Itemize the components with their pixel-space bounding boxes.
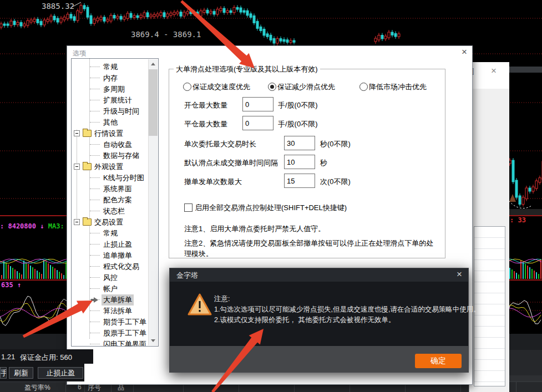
- tree-item-23[interactable]: 期货手工下单: [72, 316, 147, 327]
- field-input-1[interactable]: [242, 116, 273, 130]
- tree-item-17[interactable]: 追单撤单: [72, 250, 147, 261]
- tree-connector: [90, 211, 100, 211]
- scroll-up-icon[interactable]: [151, 63, 155, 65]
- field-label: 撤单发单次数最大: [184, 177, 242, 187]
- button-手[interactable]: 手: [0, 367, 7, 379]
- close-icon[interactable]: ×: [491, 67, 497, 75]
- field-suffix: 秒: [320, 158, 327, 168]
- tree-item-4[interactable]: 升级与时间: [72, 105, 147, 116]
- indicator-value: : 8420800 ↓: [0, 222, 48, 230]
- tree-item-15[interactable]: 常规: [72, 227, 147, 238]
- tree-item-18[interactable]: 程式化交易: [72, 261, 147, 272]
- radio-1[interactable]: [183, 83, 191, 91]
- folder-icon: [83, 130, 92, 137]
- tree-connector: [90, 277, 100, 278]
- tree-scrollbar[interactable]: [148, 59, 158, 345]
- background-dialog-titlebar[interactable]: [469, 62, 509, 89]
- field-input-4[interactable]: [284, 174, 315, 188]
- tree-connector: [90, 200, 100, 200]
- field-input-2[interactable]: [284, 136, 315, 150]
- slippage-options-group: 大单滑点处理选项(专业版及其以上版本有效) 保证成交速度优先保证减少滑点优先降低…: [169, 69, 445, 258]
- tree-item-21[interactable]: 大单拆单: [72, 294, 147, 305]
- trade-buttons-bar: 手刷新止损止盈: [0, 364, 84, 381]
- tree-item-label: 交易设置: [93, 217, 125, 228]
- field-input-3[interactable]: [284, 155, 315, 169]
- tree-item-1[interactable]: 内存: [72, 72, 147, 83]
- peak-price-label: 3885.32: [42, 2, 74, 11]
- tree-item-12[interactable]: 配色方案: [72, 194, 147, 205]
- tree-item-11[interactable]: 系统界面: [72, 183, 147, 194]
- field-input-0[interactable]: [242, 97, 273, 111]
- tree-item-9[interactable]: 外观设置: [72, 161, 147, 172]
- checkbox-label: 启用全部交易滑点控制处理(SHIFT+DEL快捷键): [195, 203, 347, 213]
- account-value: 1.21: [1, 353, 15, 361]
- margin-usage: 保证金占用: 560: [20, 353, 72, 363]
- tree-item-19[interactable]: 风控: [72, 272, 147, 283]
- tree-item-6[interactable]: 行情设置: [72, 128, 147, 139]
- folder-icon: [83, 163, 92, 170]
- tree-item-3[interactable]: 扩展统计: [72, 94, 147, 105]
- tree-connector: [90, 333, 100, 333]
- tree-connector: [90, 89, 100, 89]
- tree-item-2[interactable]: 多周期: [72, 83, 147, 94]
- tree-item-label: 数据与存储: [102, 150, 141, 161]
- tree-item-8[interactable]: 数据与存储: [72, 150, 147, 161]
- tree-item-22[interactable]: 算法拆单: [72, 305, 147, 316]
- close-icon[interactable]: ×: [457, 271, 462, 278]
- radio-label: 降低市场冲击优先: [369, 82, 427, 92]
- tree-item-10[interactable]: K线与分时图: [72, 172, 147, 183]
- tree-connector: [90, 288, 100, 289]
- tree-item-label: 行情设置: [93, 128, 125, 139]
- warning-icon: [187, 293, 212, 316]
- tree-item-0[interactable]: 常规: [72, 61, 147, 72]
- button-止损止盈[interactable]: 止损止盈: [38, 367, 83, 379]
- tree-item-label: 止损止盈: [102, 239, 134, 250]
- tree-item-24[interactable]: 股票手工下单: [72, 327, 147, 338]
- tree-connector: [90, 266, 100, 267]
- ma-value: MA3: 8436: [48, 222, 67, 230]
- tree-item-5[interactable]: 其他: [72, 116, 147, 128]
- tree-item-label: 系统界面: [102, 184, 134, 195]
- header-separator: [65, 382, 66, 392]
- tree-item-25[interactable]: 闪电下单界面: [72, 338, 147, 347]
- tree-item-label: 扩展统计: [102, 95, 134, 106]
- group-title: 大单滑点处理选项(专业版及其以上版本有效): [174, 64, 320, 74]
- header-cell[interactable]: 盈亏率%: [24, 383, 50, 392]
- alert-dialog-titlebar[interactable]: [170, 268, 468, 282]
- tree-connector: [90, 244, 100, 245]
- radio-2[interactable]: [268, 83, 276, 91]
- tree-item-16[interactable]: 止损止盈: [72, 238, 147, 250]
- radio-3[interactable]: [359, 83, 368, 91]
- tree-connector: [90, 255, 100, 256]
- field-label: 平仓最大数量: [184, 119, 227, 129]
- collapse-icon[interactable]: [74, 164, 80, 170]
- tree-item-13[interactable]: 状态栏: [72, 205, 147, 216]
- tree-item-label: 程式化交易: [102, 261, 141, 272]
- scroll-down-icon[interactable]: [151, 339, 155, 342]
- field-suffix: 手/股(0不限): [278, 100, 318, 110]
- tree-item-label: 配色方案: [102, 195, 134, 206]
- tree-item-label: 自动收盘: [102, 139, 134, 150]
- scrollbar-thumb[interactable]: [149, 69, 158, 136]
- tree-item-label: 常规: [102, 62, 119, 73]
- tree-connector: [90, 100, 100, 100]
- tree-connector: [90, 144, 100, 145]
- field-suffix: 次(0不限): [320, 177, 351, 187]
- close-icon[interactable]: ×: [462, 48, 467, 56]
- alert-line: 注意:: [214, 294, 480, 304]
- tree-item-label: 算法拆单: [102, 306, 134, 317]
- tree-item-14[interactable]: 交易设置: [72, 216, 147, 227]
- ok-button[interactable]: 确定: [415, 354, 462, 368]
- tree-connector: [90, 78, 100, 78]
- tree-item-7[interactable]: 自动收盘: [72, 139, 147, 150]
- header-separator: [516, 382, 516, 392]
- collapse-icon[interactable]: [74, 219, 80, 225]
- collapse-icon[interactable]: [74, 130, 80, 136]
- settings-tree: 常规内存多周期扩展统计升级与时间其他行情设置自动收盘数据与存储外观设置K线与分时…: [71, 58, 159, 347]
- options-dialog-titlebar[interactable]: [67, 46, 472, 57]
- tree-connector: [90, 344, 100, 344]
- tree-item-20[interactable]: 帐户: [72, 283, 147, 294]
- enable-all-slippage-checkbox[interactable]: [184, 203, 193, 212]
- button-刷新[interactable]: 刷新: [9, 367, 33, 379]
- alert-dialog-title: 金字塔: [176, 271, 198, 281]
